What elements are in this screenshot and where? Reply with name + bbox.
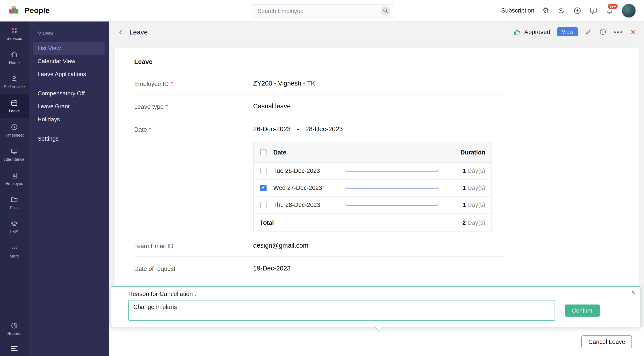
subnav-item-leave-grant[interactable]: Leave Grant: [33, 100, 105, 113]
subscription-link[interactable]: Subscription: [501, 7, 534, 14]
lms-graduation-icon: [10, 220, 18, 228]
record-title: Leave: [130, 28, 148, 36]
rail-item-leave[interactable]: Leave: [0, 94, 28, 118]
subnav-item-leave-applications[interactable]: Leave Applications: [33, 68, 105, 81]
rail-item-timesheet[interactable]: Timesheet: [0, 118, 28, 142]
collapse-menu-icon[interactable]: [0, 341, 28, 356]
table-header-row: Date Duration: [254, 142, 492, 162]
field-row-employee-id: Employee ID ZY200 - Vignesh - TK: [134, 72, 505, 94]
info-icon[interactable]: [599, 28, 606, 35]
search-icon[interactable]: [380, 6, 390, 16]
thumbs-up-icon: [514, 28, 521, 36]
leave-subnav: Views List View Calendar View Leave Appl…: [28, 22, 109, 356]
row-date: Tue 26-Dec-2023: [273, 167, 345, 174]
rail-label: Self-service: [4, 85, 25, 89]
app-logo-icon: [8, 5, 20, 17]
search-input[interactable]: [257, 7, 380, 15]
subnav-item-holidays[interactable]: Holidays: [33, 113, 105, 126]
settings-gear-icon[interactable]: ⚙: [542, 6, 550, 15]
select-all-checkbox[interactable]: [260, 149, 266, 155]
add-plus-icon[interactable]: [573, 7, 582, 15]
row-date: Thu 28-Dec-2023: [273, 202, 345, 208]
more-dots-icon: [10, 244, 18, 252]
rail-item-more[interactable]: More: [0, 239, 28, 263]
duration-slider[interactable]: [345, 204, 439, 206]
popup-close-icon[interactable]: ×: [631, 288, 636, 296]
total-value: 2: [462, 219, 466, 226]
leave-days-table: Date Duration Tue 26-Dec-2023 1 Day(s) W…: [253, 142, 492, 232]
record-header: ‹ Leave Approved View ••• ×: [109, 22, 644, 42]
leave-calendar-icon: [10, 99, 18, 107]
more-options-icon[interactable]: •••: [614, 28, 624, 36]
field-label: Employee ID: [134, 80, 253, 87]
rail-item-attendance[interactable]: Attendance: [0, 142, 28, 166]
row-checkbox[interactable]: [260, 168, 266, 174]
table-row: Wed 27-Dec-2023 1 Day(s): [254, 180, 492, 197]
rail-item-files[interactable]: Files: [0, 191, 28, 215]
notifications-bell-icon[interactable]: 99+: [606, 7, 614, 15]
notification-count-badge: 99+: [607, 3, 618, 10]
files-folder-icon: [10, 196, 18, 204]
cancellation-reason-label: Reason for Cancellation :: [128, 291, 622, 297]
subnav-section-title: Views: [28, 30, 109, 36]
rail-label: More: [10, 254, 19, 258]
date-start: 26-Dec-2023: [253, 125, 291, 132]
rail-item-lms[interactable]: LMS: [0, 215, 28, 239]
rail-item-home[interactable]: Home: [0, 46, 28, 70]
cancellation-reason-input[interactable]: Change in plans: [128, 300, 555, 321]
card-heading: Leave: [134, 58, 619, 65]
rail-label: Files: [10, 206, 18, 210]
close-record-icon[interactable]: ×: [630, 27, 636, 37]
user-avatar[interactable]: [622, 3, 636, 18]
confirm-button[interactable]: Confirm: [565, 304, 600, 316]
rail-label: Leave: [9, 109, 20, 113]
field-label: Team Email ID: [134, 242, 253, 249]
duration-slider[interactable]: [345, 187, 439, 189]
subnav-item-compensatory-off[interactable]: Compensatory Off: [33, 87, 105, 100]
column-header-duration: Duration: [439, 149, 492, 156]
column-header-date: Date: [273, 149, 345, 156]
approval-status-label: Approved: [524, 29, 550, 35]
topbar-actions: Subscription ⚙ ? 99+: [501, 3, 636, 18]
employee-search[interactable]: [252, 4, 393, 18]
row-checkbox[interactable]: [260, 185, 266, 191]
admin-user-icon[interactable]: [557, 7, 565, 15]
subnav-item-calendar-view[interactable]: Calendar View: [33, 55, 105, 68]
date-separator: -: [297, 125, 299, 132]
rail-label: Reports: [7, 331, 21, 336]
subnav-item-list-view[interactable]: List View: [33, 42, 105, 55]
rail-label: Services: [6, 36, 22, 41]
subnav-item-settings[interactable]: Settings: [33, 132, 105, 145]
field-row-leave-type: Leave type Casual leave: [134, 94, 505, 117]
row-duration-unit: Day(s): [468, 185, 486, 191]
table-row: Thu 28-Dec-2023 1 Day(s): [254, 197, 492, 214]
field-row-date: Date 26-Dec-2023-28-Dec-2023: [134, 117, 505, 133]
row-duration-value: 1: [462, 202, 466, 208]
timesheet-clock-icon: [10, 123, 18, 131]
cancel-leave-button[interactable]: Cancel Leave: [582, 335, 632, 348]
row-duration-unit: Day(s): [468, 167, 486, 174]
leave-detail-card: Leave Employee ID ZY200 - Vignesh - TK L…: [114, 48, 639, 297]
rail-label: Attendance: [4, 157, 24, 162]
self-service-icon: [10, 75, 18, 83]
attendance-monitor-icon: [10, 147, 18, 155]
services-icon: [10, 27, 18, 35]
rail-item-self-service[interactable]: Self-service: [0, 70, 28, 94]
rail-label: Employee: [5, 181, 23, 186]
reports-pie-icon: [10, 321, 18, 329]
field-row-team-email: Team Email ID design@gmail.com: [134, 234, 505, 257]
help-icon[interactable]: ?: [590, 7, 598, 15]
total-unit: Day(s): [468, 219, 486, 226]
back-chevron-icon[interactable]: ‹: [117, 27, 124, 37]
row-date: Wed 27-Dec-2023: [273, 185, 345, 191]
duration-slider[interactable]: [345, 169, 439, 172]
rail-item-services[interactable]: Services: [0, 22, 28, 46]
view-status-button[interactable]: View: [557, 27, 578, 36]
edit-pencil-icon[interactable]: [585, 28, 592, 35]
rail-item-reports[interactable]: Reports: [0, 317, 28, 341]
field-label: Date of request: [134, 265, 253, 272]
field-label: Date: [134, 125, 253, 133]
date-end: 28-Dec-2023: [305, 125, 343, 132]
rail-item-employee[interactable]: Employee: [0, 166, 28, 191]
row-checkbox[interactable]: [260, 202, 266, 208]
